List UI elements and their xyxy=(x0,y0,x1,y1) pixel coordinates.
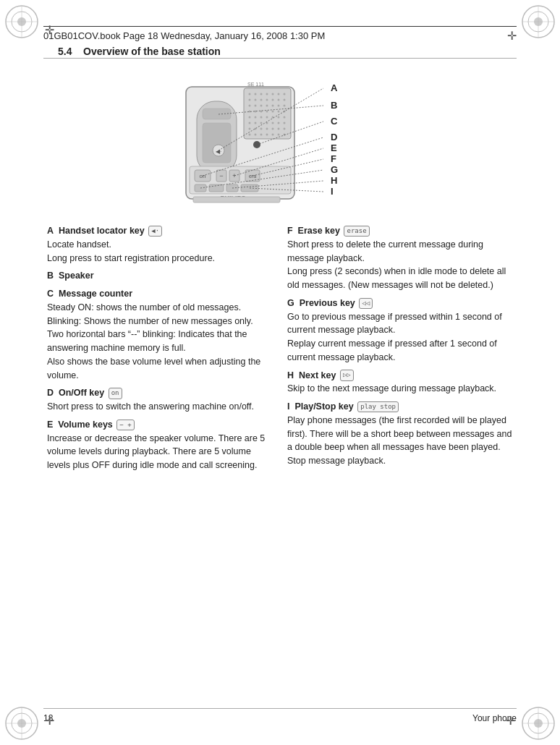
svg-point-25 xyxy=(266,93,268,95)
letter-b: B xyxy=(47,271,54,281)
entry-f: F Erase key erase Short press to delete … xyxy=(287,224,513,292)
entry-g: G Previous key ◁◁ Go to previous message… xyxy=(287,297,513,365)
icon-i: play stop xyxy=(357,401,399,413)
section-heading: 5.4 Overview of the base station xyxy=(58,46,221,57)
svg-point-52 xyxy=(260,116,263,119)
svg-text:H: H xyxy=(331,175,337,186)
svg-point-57 xyxy=(249,122,251,124)
text-g-2: Replay current message if pressed after … xyxy=(287,337,513,365)
svg-text:F: F xyxy=(331,153,336,164)
svg-point-72 xyxy=(255,134,257,136)
svg-text:A: A xyxy=(331,82,338,93)
svg-point-64 xyxy=(249,128,251,130)
svg-point-27 xyxy=(278,93,280,95)
phone-base-illustration: ◀· SE 111 on − + era PHILIPS xyxy=(179,72,367,206)
svg-point-73 xyxy=(260,134,263,136)
svg-point-28 xyxy=(284,93,286,95)
header-text: 01GB01COV.book Page 18 Wednesday, Januar… xyxy=(43,30,325,41)
svg-point-41 xyxy=(278,105,280,107)
heading-f: Erase key xyxy=(298,226,340,236)
text-f-2: Long press (2 seconds) when in idle mode… xyxy=(287,265,513,292)
svg-point-61 xyxy=(272,122,274,124)
svg-point-74 xyxy=(266,134,268,136)
svg-point-76 xyxy=(278,134,280,136)
letter-f: F xyxy=(287,226,293,236)
svg-point-30 xyxy=(255,99,257,101)
letter-d: D xyxy=(47,388,54,398)
text-c-4: Also shows the base volume level when ad… xyxy=(47,355,273,383)
header-bar: 01GB01COV.book Page 18 Wednesday, Januar… xyxy=(43,26,517,43)
svg-point-38 xyxy=(260,105,263,107)
svg-point-37 xyxy=(255,105,257,107)
letter-g: G xyxy=(287,298,294,308)
svg-point-50 xyxy=(249,116,251,119)
svg-point-40 xyxy=(272,105,274,107)
svg-point-75 xyxy=(272,134,274,136)
heading-a: Handset locator key xyxy=(59,226,145,236)
corner-decoration-bl xyxy=(3,704,41,742)
text-e-1: Increase or decrease the speaker volume.… xyxy=(47,432,273,472)
svg-text:D: D xyxy=(331,132,337,142)
svg-point-31 xyxy=(260,99,263,101)
svg-point-33 xyxy=(272,99,274,101)
svg-point-69 xyxy=(278,128,280,130)
svg-rect-80 xyxy=(203,108,231,119)
heading-d: On/Off key xyxy=(59,388,104,398)
letter-i: I xyxy=(287,401,289,412)
svg-point-39 xyxy=(266,105,268,107)
text-d-1: Short press to switch the answering mach… xyxy=(47,400,273,414)
device-image-area: ◀· SE 111 on − + era PHILIPS xyxy=(43,65,517,217)
svg-point-66 xyxy=(260,128,263,130)
svg-rect-95 xyxy=(209,184,224,192)
svg-point-22 xyxy=(249,93,251,95)
footer-marker-left: ✛ xyxy=(45,714,54,728)
footer-marker-right: ✛ xyxy=(506,714,515,728)
svg-point-68 xyxy=(272,128,274,130)
svg-point-46 xyxy=(266,111,268,113)
footer: 18 Your phone xyxy=(43,708,517,723)
right-column: F Erase key erase Short press to delete … xyxy=(287,224,513,702)
icon-e: − + xyxy=(116,420,134,431)
text-h-1: Skip to the next message during message … xyxy=(287,382,513,396)
header-marker-left: ✛ xyxy=(45,23,54,37)
corner-decoration-tr xyxy=(519,3,557,41)
svg-point-70 xyxy=(284,128,286,130)
svg-point-23 xyxy=(255,93,257,95)
icon-h: ▷▷ xyxy=(340,370,354,381)
svg-point-26 xyxy=(272,93,274,95)
device-wrapper: ◀· SE 111 on − + era PHILIPS xyxy=(179,72,381,210)
svg-text:SE 111: SE 111 xyxy=(247,82,264,87)
text-c-3: Two horizontal bars “--” blinking: Indic… xyxy=(47,328,273,355)
svg-text:E: E xyxy=(331,142,337,153)
svg-point-59 xyxy=(260,122,263,124)
entry-e: E Volume keys − + Increase or decrease t… xyxy=(47,418,273,472)
svg-point-62 xyxy=(278,122,280,124)
text-c-2: Blinking: Shows the number of new messag… xyxy=(47,315,273,328)
heading-i: Play/Stop key xyxy=(294,401,353,412)
text-a-2: Long press to start registration procedu… xyxy=(47,252,273,265)
svg-text:I: I xyxy=(331,186,334,197)
svg-point-56 xyxy=(284,116,286,119)
svg-point-67 xyxy=(266,128,268,130)
entry-h: H Next key ▷▷ Skip to the next message d… xyxy=(287,369,513,396)
svg-text:C: C xyxy=(331,116,338,127)
svg-text:B: B xyxy=(331,100,337,111)
svg-text:era: era xyxy=(249,174,256,179)
icon-d: on xyxy=(109,388,122,399)
text-i-2: Stop message playback. xyxy=(287,454,513,468)
svg-text:on: on xyxy=(200,173,206,179)
icon-f: erase xyxy=(344,226,369,237)
text-a-1: Locate handset. xyxy=(47,238,273,252)
svg-point-47 xyxy=(272,111,274,113)
svg-point-42 xyxy=(284,105,286,107)
heading-divider xyxy=(43,58,517,59)
svg-rect-99 xyxy=(193,197,280,203)
svg-text:◀·: ◀· xyxy=(216,148,221,155)
svg-point-24 xyxy=(260,93,263,95)
svg-point-53 xyxy=(266,116,268,119)
svg-point-35 xyxy=(284,99,286,101)
letter-e: E xyxy=(47,420,53,430)
entry-a: A Handset locator key ◀· Locate handset.… xyxy=(47,224,273,265)
heading-h: Next key xyxy=(299,370,336,380)
svg-point-29 xyxy=(249,99,251,101)
